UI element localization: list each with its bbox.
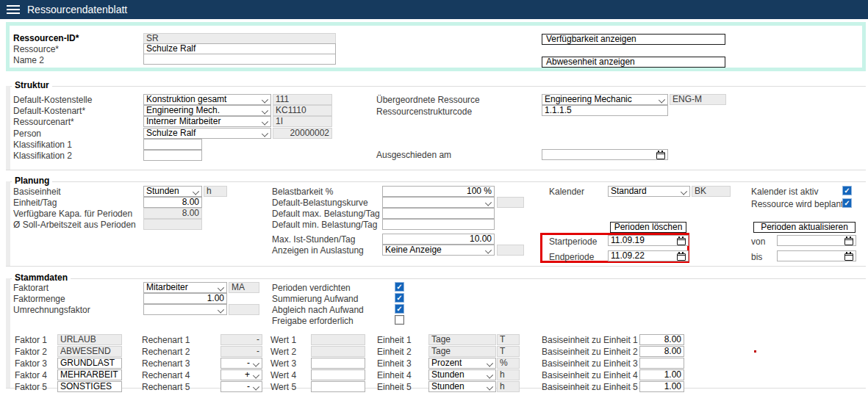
label-wert4: Wert 4: [270, 371, 296, 380]
umrechnungsfaktor-select[interactable]: [143, 304, 227, 315]
einheit5-select[interactable]: Stunden: [428, 381, 496, 392]
basis4-field[interactable]: 1.00: [639, 369, 684, 380]
ressource-field[interactable]: Schulze Ralf: [143, 43, 336, 54]
label-verfuegbare-kapa: Verfügbare Kapa. für Perioden: [13, 209, 132, 219]
default-kostenart-select[interactable]: Engineering Mech.: [143, 105, 271, 116]
einheit3-select[interactable]: Prozent: [428, 358, 496, 369]
klassifikation1-field[interactable]: [143, 139, 202, 150]
label-faktor3: Faktor 3: [15, 359, 47, 369]
calendar-icon[interactable]: [677, 238, 686, 245]
perioden-verdichten-checkbox[interactable]: [395, 282, 404, 292]
uebergeordnete-ressource-code-field: ENG-M: [670, 94, 726, 105]
label-person: Person: [13, 129, 41, 139]
bis-date-field[interactable]: [777, 250, 856, 261]
summierung-aufwand-checkbox[interactable]: [395, 293, 404, 303]
page-title: Ressourcendatenblatt: [27, 4, 127, 15]
abwesenheit-anzeigen-button[interactable]: Abwesenheit anzeigen: [542, 57, 725, 68]
von-date-field[interactable]: [777, 235, 856, 246]
anzeigen-auslastung-select[interactable]: Keine Anzeige: [382, 245, 495, 256]
hamburger-menu-icon[interactable]: [7, 5, 20, 14]
label-soll-arbeitszeit: Ø Soll-Arbeitszeit aus Perioden: [13, 220, 136, 230]
basis1-field[interactable]: 8.00: [639, 334, 684, 345]
label-faktor2: Faktor 2: [15, 347, 47, 357]
label-wert5: Wert 5: [270, 383, 296, 392]
chevron-down-icon: [681, 188, 687, 195]
calendar-icon[interactable]: [844, 253, 853, 261]
label-faktor5: Faktor 5: [15, 383, 47, 392]
ressourcenart-select[interactable]: Interner Mitarbeiter: [143, 116, 271, 127]
ressource-wird-beplant-checkbox[interactable]: [842, 198, 852, 208]
label-rechenart2: Rechenart 2: [142, 347, 190, 357]
freigabe-erforderlich-checkbox[interactable]: [395, 315, 404, 325]
calendar-icon[interactable]: [677, 253, 686, 261]
label-default-kostenart: Default-Kostenart*: [13, 106, 85, 116]
basis3-field[interactable]: [639, 358, 684, 369]
max-ist-stunden-field[interactable]: 10.00: [382, 234, 495, 245]
calendar-icon[interactable]: [844, 238, 853, 245]
abgleich-nach-aufwand-checkbox[interactable]: [395, 304, 404, 314]
label-default-kostenstelle: Default-Kostenstelle: [13, 95, 92, 105]
person-select[interactable]: Schulze Ralf: [143, 128, 271, 139]
wert4-field[interactable]: [311, 369, 365, 380]
kalender-ist-aktiv-checkbox[interactable]: [842, 186, 852, 195]
label-kalender-ist-aktiv: Kalender ist aktiv: [751, 187, 818, 197]
endperiode-date-field[interactable]: 11.09.22: [608, 250, 689, 261]
calendar-icon[interactable]: [656, 152, 665, 159]
rechenart5-select[interactable]: -: [220, 381, 262, 392]
label-rechenart1: Rechenart 1: [142, 336, 190, 345]
einheit-tag-field[interactable]: 8.00: [143, 197, 202, 208]
label-summierung-aufwand: Summierung Aufwand: [272, 295, 358, 304]
default-kostenstelle-select[interactable]: Konstruktion gesamt: [143, 94, 271, 105]
label-ressource-wird-beplant: Ressource wird beplant: [751, 200, 843, 209]
verfuegbarkeit-anzeigen-button[interactable]: Verfügbarkeit anzeigen: [542, 34, 725, 45]
rechenart3-select[interactable]: -: [220, 358, 262, 369]
chevron-down-icon: [253, 383, 259, 390]
chevron-down-icon: [262, 96, 268, 103]
wert5-field[interactable]: [311, 381, 365, 392]
chevron-down-icon: [253, 372, 259, 378]
basis5-field[interactable]: 1.00: [639, 381, 684, 392]
faktorart-select[interactable]: Mitarbeiter: [143, 282, 227, 293]
perioden-aktualisieren-button[interactable]: Perioden aktualisieren: [753, 222, 856, 233]
einheit3-code-field: %: [497, 358, 520, 369]
umrechnungsfaktor-code-field: [229, 304, 259, 315]
label-basis4: Basiseinheit zu Einheit 4: [542, 371, 638, 380]
label-basis1: Basiseinheit zu Einheit 1: [542, 336, 638, 345]
label-abgleich-nach-aufwand: Abgleich nach Aufwand: [272, 306, 364, 315]
faktor3-field[interactable]: GRUNDLAST: [57, 358, 122, 369]
wert3-field[interactable]: [311, 358, 365, 369]
einheit4-select[interactable]: Stunden: [428, 369, 496, 380]
basiseinheit-select[interactable]: Stunden: [143, 186, 202, 197]
label-einheit2: Einheit 2: [377, 347, 412, 357]
min-belastung-field[interactable]: [382, 219, 495, 230]
label-ressource: Ressource*: [13, 45, 59, 54]
label-perioden-verdichten: Perioden verdichten: [272, 283, 351, 293]
perioden-loeschen-button[interactable]: Perioden löschen: [610, 222, 686, 233]
faktor1-field: URLAUB: [57, 334, 122, 345]
ausgeschieden-am-date-field[interactable]: [542, 149, 668, 160]
klassifikation2-field[interactable]: [143, 150, 202, 161]
wert1-field: [311, 334, 365, 345]
belastungskurve-select[interactable]: [382, 197, 495, 208]
ressourcenstrukturcode-field[interactable]: 1.1.1.5: [542, 105, 668, 116]
name2-field[interactable]: [143, 54, 336, 65]
basis2-field[interactable]: 8.00: [639, 346, 684, 357]
label-wert2: Wert 2: [270, 347, 296, 357]
ressourcenart-code-field: 1I: [273, 116, 332, 127]
belastbarkeit-field[interactable]: 100 %: [382, 186, 495, 197]
max-belastung-field[interactable]: [382, 208, 495, 219]
label-basis5: Basiseinheit zu Einheit 5: [542, 383, 638, 392]
rechenart4-select[interactable]: +: [220, 369, 262, 380]
uebergeordnete-ressource-select[interactable]: Engineering Mechanic: [542, 94, 668, 105]
faktor5-field[interactable]: SONSTIGES: [57, 381, 122, 392]
rechenart1-field: -: [220, 334, 262, 345]
kostenart-code-field: KC1110: [273, 105, 332, 116]
faktor4-field[interactable]: MEHRARBEIT: [57, 369, 122, 380]
label-klassifikation2: Klassifikation 2: [13, 151, 72, 161]
faktormenge-field[interactable]: 1.00: [143, 293, 227, 304]
label-startperiode: Startperiode: [549, 237, 597, 247]
chevron-down-icon: [262, 118, 268, 125]
kalender-select[interactable]: Standard: [608, 186, 690, 197]
anzeigen-auslastung-code-field: [497, 245, 524, 256]
startperiode-date-field[interactable]: 11.09.19: [608, 235, 689, 246]
